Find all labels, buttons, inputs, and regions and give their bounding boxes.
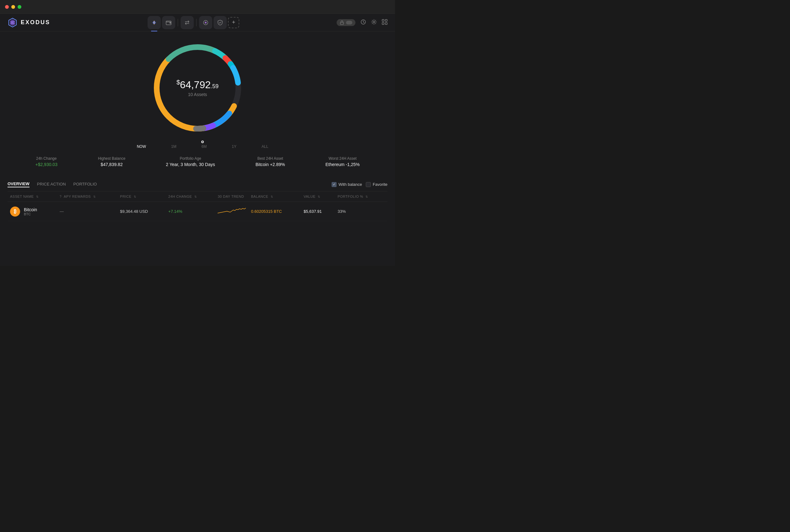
filter-with-balance[interactable]: ✓ With balance: [332, 182, 362, 187]
nav-portfolio-btn[interactable]: [148, 16, 161, 29]
stat-portfolio-age: Portfolio Age 2 Year, 3 Month, 30 Days: [166, 156, 215, 167]
stat-best-asset-value: Bitcoin +2.89%: [256, 162, 285, 167]
stat-worst-asset-label: Worst 24H Asset: [326, 156, 360, 161]
timeline-labels: NOW 1M 6M 1Y ALL: [127, 145, 268, 149]
nav-exchange-btn[interactable]: [181, 16, 194, 29]
table-body: ₿ Bitcoin BTC — $9,364.48 USD +7.14%: [7, 202, 388, 221]
settings-icon: [371, 19, 377, 25]
nav-nifty-btn[interactable]: [199, 16, 212, 29]
svg-rect-6: [340, 22, 343, 24]
minimize-button[interactable]: [11, 5, 15, 9]
favorite-label: Favorite: [373, 182, 388, 187]
stat-best-asset: Best 24H Asset Bitcoin +2.89%: [256, 156, 285, 167]
col-apy-rewards[interactable]: ? APY REWARDS ⇅: [57, 191, 117, 202]
nifty-icon: [203, 19, 209, 26]
history-btn[interactable]: [360, 19, 366, 26]
exchange-icon: [184, 19, 190, 26]
stat-24h-change-label: 24h Change: [35, 156, 57, 161]
asset-name-text: Bitcoin: [24, 207, 37, 212]
col-balance-sort-icon: ⇅: [271, 195, 274, 198]
col-portfolio-pct[interactable]: PORTFOLIO % ⇅: [335, 191, 388, 202]
stat-highest-balance: Highest Balance $47,839.82: [98, 156, 125, 167]
earn-icon: [217, 19, 223, 26]
table-header-row: ASSET NAME ⇅ ? APY REWARDS ⇅ PRICE ⇅: [7, 191, 388, 202]
app-window: EXODUS: [0, 14, 395, 266]
portfolio-assets-count: 10 Assets: [176, 92, 219, 97]
tab-price-action[interactable]: PRICE ACTION: [37, 182, 66, 187]
col-asset-name[interactable]: ASSET NAME ⇅: [7, 191, 57, 202]
nav-wallet-btn[interactable]: [162, 16, 175, 29]
history-icon: [360, 19, 366, 25]
value-cell: $5,637.91: [301, 202, 335, 221]
svg-point-5: [205, 22, 207, 23]
col-24h-change[interactable]: 24H CHANGE ⇅: [166, 191, 215, 202]
settings-btn[interactable]: [371, 19, 377, 26]
asset-name-cell: ₿ Bitcoin BTC: [7, 202, 57, 221]
wallet-icon: [166, 19, 172, 26]
trend-cell: [215, 202, 248, 221]
lock-icon: [340, 20, 344, 25]
stat-24h-change-value: +$2,930.03: [35, 162, 57, 167]
change-cell: +7.14%: [166, 202, 215, 221]
svg-rect-10: [385, 19, 387, 21]
stat-worst-asset: Worst 24H Asset Ethereum -1,25%: [326, 156, 360, 167]
table-row[interactable]: ₿ Bitcoin BTC — $9,364.48 USD +7.14%: [7, 202, 388, 221]
timeline-1m[interactable]: 1M: [171, 145, 176, 149]
table-header: ASSET NAME ⇅ ? APY REWARDS ⇅ PRICE ⇅: [7, 191, 388, 202]
svg-rect-12: [385, 23, 387, 24]
lock-toggle[interactable]: [337, 19, 355, 26]
table-section: OVERVIEW PRICE ACTION PORTFOLIO ✓ With b…: [0, 178, 395, 221]
traffic-lights: [5, 5, 21, 9]
timeline-6m[interactable]: 6M: [202, 145, 207, 149]
timeline-all[interactable]: ALL: [262, 145, 268, 149]
portfolio-value: $64,792.59: [176, 79, 219, 91]
tab-overview[interactable]: OVERVIEW: [7, 182, 30, 187]
filter-favorite[interactable]: Favorite: [366, 182, 388, 187]
with-balance-checkbox[interactable]: ✓: [332, 182, 337, 187]
logo-area: EXODUS: [7, 18, 50, 27]
apy-help-icon[interactable]: ?: [60, 195, 61, 198]
maximize-button[interactable]: [18, 5, 21, 9]
svg-point-8: [373, 21, 375, 23]
apps-btn[interactable]: [382, 19, 388, 26]
col-balance[interactable]: BALANCE ⇅: [248, 191, 301, 202]
portfolio-icon: [151, 19, 157, 26]
stat-best-asset-label: Best 24H Asset: [256, 156, 285, 161]
donut-chart-container: $64,792.59 10 Assets: [147, 38, 248, 138]
btc-icon: ₿: [10, 207, 20, 216]
tab-portfolio[interactable]: PORTFOLIO: [74, 182, 97, 187]
col-change-sort-icon: ⇅: [194, 195, 197, 198]
close-button[interactable]: [5, 5, 9, 9]
col-asset-name-sort-icon: ⇅: [36, 195, 39, 198]
nav-right: [337, 19, 388, 26]
timeline-1y[interactable]: 1Y: [232, 145, 237, 149]
nav-earn-btn[interactable]: [213, 16, 227, 29]
exodus-logo-icon: [7, 18, 18, 27]
stat-portfolio-age-label: Portfolio Age: [166, 156, 215, 161]
stat-worst-asset-value: Ethereum -1,25%: [326, 162, 360, 167]
col-value[interactable]: VALUE ⇅: [301, 191, 335, 202]
portfolio-section: $64,792.59 10 Assets NOW 1M 6M 1Y ALL: [0, 32, 395, 175]
lock-toggle-inner: [346, 21, 352, 24]
col-apy-sort-icon: ⇅: [93, 195, 96, 198]
asset-name-info: Bitcoin BTC: [24, 207, 37, 216]
portfolio-amount: $64,792.59 10 Assets: [176, 79, 219, 97]
favorite-checkbox[interactable]: [366, 182, 371, 187]
stat-highest-balance-value: $47,839.82: [98, 162, 125, 167]
price-cell: $9,364.48 USD: [117, 202, 166, 221]
nav-center: +: [148, 16, 239, 29]
col-30day-trend: 30 DAY TREND: [215, 191, 248, 202]
timeline-dot-now: [201, 140, 204, 143]
with-balance-label: With balance: [338, 182, 362, 187]
timeline-dot-row: [191, 140, 204, 143]
timeline-section: NOW 1M 6M 1Y ALL: [0, 140, 395, 149]
nav-add-btn[interactable]: +: [228, 17, 239, 28]
col-price[interactable]: PRICE ⇅: [117, 191, 166, 202]
timeline-now[interactable]: NOW: [137, 145, 146, 149]
svg-rect-11: [382, 23, 384, 24]
stat-portfolio-age-value: 2 Year, 3 Month, 30 Days: [166, 162, 215, 167]
btc-sparkline: [218, 206, 246, 216]
logo-text: EXODUS: [21, 19, 50, 26]
top-nav: EXODUS: [0, 14, 395, 32]
stat-24h-change: 24h Change +$2,930.03: [35, 156, 57, 167]
